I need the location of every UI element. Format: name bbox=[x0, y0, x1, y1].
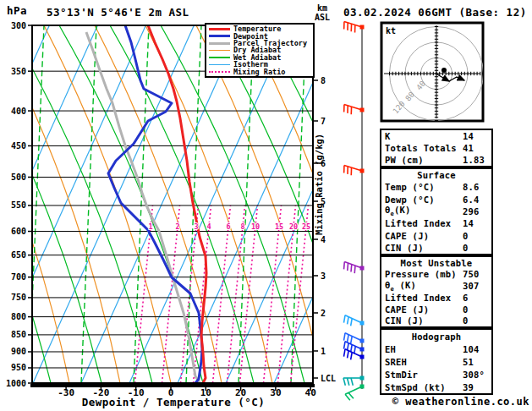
indices-row: CIN (J)0 bbox=[381, 242, 491, 254]
indices-row-value: 308° bbox=[463, 370, 485, 380]
mixing-ratio-value-label: 10 bbox=[251, 222, 260, 231]
wind-barb-dot bbox=[360, 355, 365, 359]
indices-row: SREH51 bbox=[381, 356, 491, 368]
indices-box: SurfaceTemp (°C)8.6Dewp (°C)6.4θe(K)296L… bbox=[380, 167, 493, 255]
indices-row-value: 0 bbox=[463, 315, 469, 326]
wind-barb bbox=[343, 342, 364, 354]
mixing-ratio-value-label: 2 bbox=[175, 222, 179, 231]
mixing-ratio-value-label: 20 bbox=[289, 222, 298, 231]
mixing-ratio-line bbox=[291, 206, 309, 383]
wind-barb-feather bbox=[348, 263, 348, 271]
wind-barb-dot bbox=[360, 321, 365, 326]
indices-box-title: Most Unstable bbox=[381, 257, 491, 269]
wind-barb-feather bbox=[348, 378, 349, 386]
indices-row: Lifted Index14 bbox=[381, 217, 491, 229]
km-tick-label: 8 bbox=[321, 76, 326, 85]
hodograph: kt4080120 bbox=[381, 23, 484, 121]
indices-row-value: 6.4 bbox=[463, 195, 480, 205]
legend-line-sample bbox=[209, 50, 230, 52]
indices-row: Pressure (mb)750 bbox=[381, 269, 491, 281]
indices-row-label: Temp (°C) bbox=[385, 182, 435, 192]
mixing-ratio-value-label: 4 bbox=[206, 222, 211, 231]
legend-box: TemperatureDewpointParcel TrajectoryDry … bbox=[205, 23, 315, 78]
indices-row: CIN (J)0 bbox=[381, 315, 491, 326]
temperature-axis-label: Dewpoint / Temperature (°C) bbox=[47, 396, 300, 408]
wind-barb bbox=[343, 376, 365, 386]
pressure-tick-label: 800 bbox=[11, 312, 26, 321]
indices-box: HodographEH104SREH51StmDir308°StmSpd (kt… bbox=[380, 328, 493, 395]
wind-barb-dot bbox=[360, 266, 365, 271]
indices-row: θe(K)296 bbox=[381, 206, 491, 217]
wind-barb-dot bbox=[360, 25, 365, 30]
page-title: 53°13'N 5°46'E 2m ASL bbox=[47, 6, 189, 19]
indices-row: Dewp (°C)6.4 bbox=[381, 194, 491, 206]
indices-row-label: CIN (J) bbox=[385, 315, 424, 326]
legend-line-sample bbox=[209, 28, 230, 30]
wind-barb-feather bbox=[351, 265, 352, 272]
wind-barb-feather bbox=[351, 319, 353, 326]
wind-barb-feather bbox=[343, 315, 345, 323]
pressure-tick-label: 600 bbox=[11, 227, 26, 236]
indices-row-label: StmDir bbox=[385, 370, 418, 380]
wet-adiabat-dashed-line bbox=[501, 25, 516, 383]
pressure-tick-label: 750 bbox=[11, 293, 26, 302]
pressure-tick-label: 900 bbox=[11, 347, 26, 356]
wind-barb-feather bbox=[343, 378, 345, 386]
wet-adiabat-line bbox=[59, 25, 203, 383]
wind-barb-feather bbox=[343, 342, 345, 349]
wind-barb-feather bbox=[345, 394, 350, 400]
km-tick-label: 1 bbox=[321, 347, 326, 356]
isotherm-line bbox=[81, 25, 242, 383]
skewt-sounding-page: 1234681015202530035040045050055060065070… bbox=[0, 0, 532, 411]
pressure-tick-label: 300 bbox=[11, 21, 26, 30]
wind-barb-feather bbox=[348, 351, 349, 359]
indices-row: K14 bbox=[381, 130, 491, 142]
indices-row-value: 0 bbox=[463, 231, 469, 241]
date-label: 03.02.2024 06GMT (Base: 12) bbox=[343, 6, 527, 19]
pressure-tick-label: 450 bbox=[11, 141, 26, 151]
wind-barb-feather bbox=[343, 333, 345, 341]
wind-barb-dot bbox=[360, 348, 365, 352]
wet-adiabat-line bbox=[161, 25, 304, 383]
wind-barb-feather bbox=[351, 353, 353, 360]
indices-row-value: 104 bbox=[463, 344, 480, 354]
indices-row-value: 307 bbox=[463, 281, 480, 291]
indices-row-value: 51 bbox=[463, 357, 474, 367]
indices-row-value: 39 bbox=[463, 382, 474, 392]
km-tick-label: 2 bbox=[321, 309, 326, 318]
wind-barb bbox=[345, 385, 364, 401]
indices-row-label: θe(K) bbox=[385, 205, 411, 217]
pressure-tick-label: 550 bbox=[11, 200, 26, 210]
wind-barb-feather bbox=[354, 266, 355, 273]
wet-adiabat-line bbox=[211, 25, 355, 383]
wind-barb-feather bbox=[348, 335, 349, 342]
pressure-tick-label: 500 bbox=[11, 173, 26, 182]
wind-barb-dot bbox=[360, 385, 365, 389]
indices-row: Totals Totals41 bbox=[381, 142, 491, 154]
pressure-tick-label: 650 bbox=[11, 250, 26, 260]
legend-line-sample bbox=[209, 57, 230, 58]
legend-item: Mixing Ratio bbox=[206, 68, 313, 75]
indices-row: PW (cm)1.83 bbox=[381, 154, 491, 166]
wind-barb-feather bbox=[348, 317, 349, 325]
indices-row-value: 14 bbox=[463, 131, 474, 141]
wind-barb-shaft bbox=[344, 105, 362, 110]
mixing-ratio-line bbox=[213, 206, 231, 383]
mixing-ratio-value-label: 1 bbox=[148, 222, 152, 231]
wind-barb bbox=[343, 315, 364, 326]
indices-row-label: θe (K) bbox=[385, 280, 416, 293]
wind-barb-dot bbox=[360, 108, 365, 112]
indices-row-label: PW (cm) bbox=[385, 155, 424, 165]
mixing-ratio-value-label: 15 bbox=[275, 222, 283, 231]
wet-adiabat-dashed-line bbox=[343, 25, 359, 383]
indices-row-label: CAPE (J) bbox=[385, 304, 429, 315]
pressure-tick-label: 400 bbox=[11, 107, 26, 116]
mixing-ratio-value-label: 25 bbox=[302, 222, 310, 231]
indices-row-label: EH bbox=[385, 344, 396, 354]
temperature-curve bbox=[148, 25, 206, 383]
pressure-tick-label: 700 bbox=[11, 272, 26, 282]
isotherm-line bbox=[0, 25, 1, 383]
indices-row: Temp (°C)8.6 bbox=[381, 181, 491, 193]
indices-row-label: StmSpd (kt) bbox=[385, 382, 446, 392]
wind-barb bbox=[344, 261, 365, 273]
